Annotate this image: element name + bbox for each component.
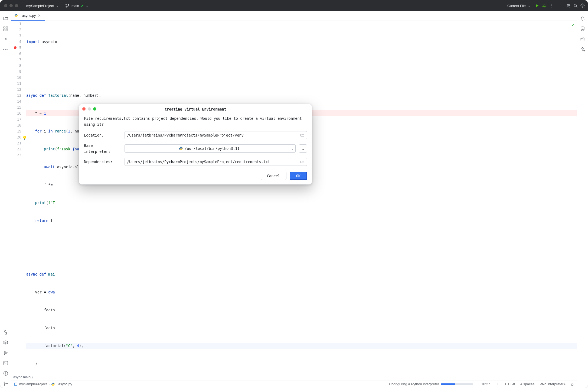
browse-interpreter-button[interactable]: … (299, 144, 307, 153)
search-icon[interactable] (573, 3, 578, 8)
module-icon (14, 382, 18, 386)
more-actions-button[interactable] (549, 3, 554, 8)
run-button[interactable] (535, 3, 540, 8)
dialog-title: Creating Virtual Environment (165, 106, 226, 112)
folder-icon[interactable] (300, 160, 305, 164)
vcs-tool-button[interactable] (2, 380, 10, 388)
progress-bar[interactable] (441, 383, 473, 385)
minimize-window-icon[interactable] (9, 4, 13, 7)
zoom-window-icon[interactable] (15, 4, 18, 7)
line-number: 10 (11, 75, 21, 80)
branch-name: main (71, 4, 79, 8)
interpreter-status[interactable]: <No interpreter> (540, 382, 566, 386)
structure-tool-button[interactable] (2, 25, 10, 33)
titlebar: mySampleProject ⌄ main ↗ ⌄ Current File … (0, 0, 588, 11)
close-tab-icon[interactable]: ✕ (38, 14, 41, 18)
line-number: 4 (11, 39, 21, 45)
dependencies-value: /Users/jetbrains/PycharmProjects/mySampl… (127, 159, 270, 165)
svg-point-15 (5, 331, 5, 331)
caret-position[interactable]: 18:27 (481, 382, 490, 386)
code-with-me-icon[interactable] (566, 3, 571, 8)
line-number: 💡20 (11, 134, 21, 140)
code-editor[interactable]: 1 2 3 4 5 6 7 8 9 10 11 12 13 14 15 16 1 (11, 21, 577, 374)
tab-more-icon[interactable]: ⋮ (570, 13, 574, 18)
line-number: 6 (11, 51, 21, 57)
svg-rect-10 (4, 27, 5, 28)
gutter: 1 2 3 4 5 6 7 8 9 10 11 12 13 14 15 16 1 (11, 21, 24, 374)
dialog-close-icon[interactable] (82, 107, 86, 111)
chevron-down-icon: ⌄ (86, 4, 88, 8)
line-number: 9 (11, 69, 21, 75)
base-interpreter-combo[interactable]: /usr/local/bin/python3.11 ⌄ (125, 144, 296, 153)
svg-rect-23 (14, 383, 17, 385)
line-number: 18 (11, 122, 21, 128)
project-tool-button[interactable] (2, 14, 10, 22)
dialog-zoom-icon[interactable] (93, 107, 96, 111)
line-number: 1 (11, 21, 21, 27)
python-file-icon (14, 14, 18, 17)
inspection-ok-icon[interactable]: ✔ (571, 22, 574, 28)
line-number: 23 (11, 152, 21, 158)
branch-icon (65, 3, 70, 8)
svg-rect-12 (4, 29, 5, 31)
chevron-down-icon: ⌄ (528, 4, 530, 8)
svg-point-9 (582, 5, 583, 7)
vcs-branch[interactable]: main ↗ ⌄ (63, 2, 90, 9)
line-number: 5 (11, 45, 21, 51)
editor-breadcrumb[interactable]: async main() (11, 374, 577, 380)
problems-tool-button[interactable] (2, 369, 10, 377)
line-number: 13 (11, 92, 21, 98)
file-encoding[interactable]: UTF-8 (505, 382, 515, 386)
run-config-selector[interactable]: Current File ⌄ (505, 3, 533, 9)
python-console-button[interactable] (2, 328, 10, 336)
line-number: 14 (11, 98, 21, 104)
chevron-down-icon: ⌄ (291, 146, 293, 151)
line-number: 8 (11, 63, 21, 69)
database-tool-button[interactable] (579, 25, 587, 33)
close-window-icon[interactable] (4, 4, 7, 7)
lock-icon[interactable] (570, 382, 574, 386)
window-controls (4, 4, 18, 7)
commit-tool-button[interactable] (2, 35, 10, 43)
packages-tool-button[interactable] (2, 338, 10, 347)
create-venv-dialog: Creating Virtual Environment File requir… (79, 104, 312, 185)
ok-button[interactable]: OK (290, 172, 307, 180)
indent-status[interactable]: 4 spaces (520, 382, 534, 386)
breakpoint-icon[interactable] (14, 46, 17, 49)
dialog-message: File requirements.txt contains project d… (84, 115, 307, 127)
nav-file[interactable]: async.py (58, 382, 72, 386)
notifications-button[interactable] (579, 14, 587, 22)
python-icon (179, 146, 183, 151)
services-tool-button[interactable] (2, 349, 10, 357)
ai-assistant-button[interactable] (579, 45, 587, 53)
cancel-button[interactable]: Cancel (261, 172, 286, 180)
settings-icon[interactable] (580, 3, 585, 8)
coverage-tool-button[interactable] (579, 35, 587, 43)
ellipsis-icon: … (302, 146, 304, 151)
background-task[interactable]: Configuring a Python interpreter (389, 382, 439, 386)
folder-icon[interactable] (300, 133, 305, 137)
location-label: Location: (84, 132, 121, 138)
debug-button[interactable] (542, 3, 547, 8)
run-config-label: Current File (507, 4, 526, 8)
more-tool-button[interactable]: ••• (2, 45, 10, 53)
code-area[interactable]: ✔ import asyncio async def factorial(nam… (24, 21, 577, 374)
project-selector[interactable]: mySampleProject ⌄ (24, 3, 61, 9)
svg-rect-18 (4, 361, 8, 365)
nav-project[interactable]: mySampleProject (19, 382, 47, 386)
base-interpreter-value: /usr/local/bin/python3.11 (185, 146, 240, 151)
svg-point-6 (551, 7, 551, 7)
dependencies-field[interactable]: /Users/jetbrains/PycharmProjects/mySampl… (125, 158, 307, 166)
line-number: 16 (11, 110, 21, 116)
location-value: /Users/jetbrains/PycharmProjects/mySampl… (127, 132, 244, 138)
line-separator[interactable]: LF (495, 382, 499, 386)
svg-marker-17 (4, 351, 6, 354)
location-field[interactable]: /Users/jetbrains/PycharmProjects/mySampl… (125, 131, 307, 139)
base-interpreter-label: Base interpreter: (84, 143, 121, 154)
tab-async-py[interactable]: async.py ✕ (11, 11, 45, 21)
dependencies-label: Dependencies: (84, 159, 121, 165)
chevron-down-icon: ⌄ (56, 4, 58, 8)
svg-point-5 (551, 5, 551, 6)
line-number: 12 (11, 86, 21, 92)
terminal-tool-button[interactable] (2, 359, 10, 367)
